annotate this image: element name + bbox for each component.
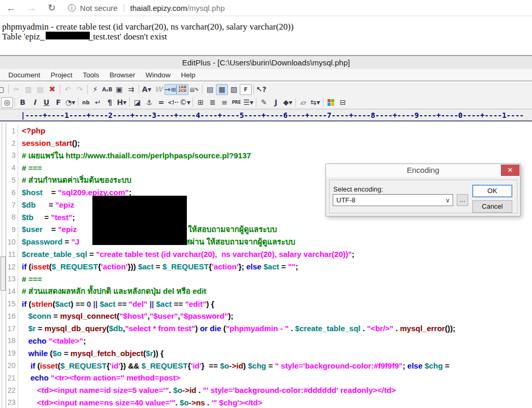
menu-window[interactable]: Window xyxy=(141,71,176,79)
menu-tools[interactable]: Tools xyxy=(78,71,105,79)
code-line-18: 18 echo "<table>"; xyxy=(0,335,532,347)
line-number: 14 xyxy=(0,287,18,295)
sync-view-icon[interactable]: ⇆▾ xyxy=(309,97,321,108)
paragraph-icon[interactable]: ¶ xyxy=(104,97,116,108)
image-icon[interactable]: ◪ xyxy=(131,97,143,108)
div-center-icon[interactable]: ≣ xyxy=(207,97,219,108)
context-help-icon[interactable]: ↖? xyxy=(255,84,267,95)
line-number: 17 xyxy=(0,324,18,333)
split-window-icon[interactable]: ⊟ xyxy=(337,97,349,108)
goto-line-icon[interactable]: ⇉ xyxy=(125,84,137,95)
code-line-23: 23 <td><input name=ns size=40 value='". … xyxy=(0,397,532,408)
toolbar-separator xyxy=(87,85,88,94)
javascript-icon[interactable]: J xyxy=(270,97,282,108)
underline-icon[interactable]: U xyxy=(40,97,52,108)
menu-browser[interactable]: Browser xyxy=(104,71,141,79)
list-icon[interactable]: ☰▾ xyxy=(242,97,254,108)
toolbar-separator xyxy=(256,98,256,107)
code-line-17: 17 $r = mysql_db_query($db,"select * fro… xyxy=(0,322,532,335)
menu-project[interactable]: Project xyxy=(46,71,78,79)
toolbar-standard: ▢✂▥▤✖↶↷⚡A₂B▣⇉A▾W→≡1AB 2CD▤✎▤▦▨F↖? xyxy=(0,83,532,96)
url-divider: | xyxy=(123,3,125,12)
nbsp-icon[interactable]: nb xyxy=(80,97,92,108)
script-icon[interactable]: ✎ xyxy=(258,97,270,108)
url-path[interactable]: /mysql.php xyxy=(187,4,225,12)
undo-icon[interactable]: ↶ xyxy=(62,84,74,95)
back-icon[interactable]: ← xyxy=(6,3,16,13)
line-number: 23 xyxy=(0,398,18,406)
paste-icon[interactable]: ▤ xyxy=(34,84,46,95)
bold-icon[interactable]: B xyxy=(17,97,29,108)
redo-icon[interactable]: ↷ xyxy=(74,84,86,95)
code-line-21: 21 echo "<tr><form action='' method=post… xyxy=(0,372,532,384)
page-text-line2-suffix: _test.test' doesn't exist xyxy=(89,32,167,42)
directory-window-icon[interactable]: ▤ xyxy=(204,84,216,95)
browse-encodings-button[interactable]: … xyxy=(457,194,468,206)
heading-icon[interactable]: H▾ xyxy=(116,97,128,108)
reload-icon[interactable]: ↻ xyxy=(48,3,56,12)
anchor-icon[interactable]: ⚓ xyxy=(143,97,155,108)
screen: ← → ↻ ⓘ Not secure | thaiall.epizy.com /… xyxy=(0,0,532,408)
code-line-14: 14# ส่วนแสดงผลหลัก ทั้งปกติ และหลังกดปุ่… xyxy=(0,285,532,297)
new-document-icon[interactable]: ▢ xyxy=(0,84,7,95)
cut-icon[interactable]: ✂ xyxy=(10,84,22,95)
object-icon[interactable]: ◆▾ xyxy=(282,97,294,108)
duplicate-document-icon[interactable]: ▣ xyxy=(113,84,125,95)
encoding-select[interactable]: UTF-8 ∨ xyxy=(333,194,453,206)
toolbar-separator xyxy=(253,85,254,94)
copy-icon[interactable]: ▥ xyxy=(22,84,34,95)
ok-button[interactable]: OK xyxy=(472,185,512,197)
dialog-titlebar[interactable]: Encoding ✕ xyxy=(326,164,520,177)
line-number: 2 xyxy=(0,139,18,147)
close-icon[interactable]: ✕ xyxy=(501,165,520,176)
code-line-9: 9$user = "epizช้ ให้สอบถามจากผู้ดูแลระบบ xyxy=(0,223,532,236)
font-icon[interactable]: A▾ xyxy=(141,84,153,95)
delete-icon[interactable]: ✖ xyxy=(46,84,58,95)
text-color-icon[interactable]: ◔▾ xyxy=(64,97,76,108)
windows-logo-icon[interactable] xyxy=(325,97,337,108)
special-char-icon[interactable]: ©▾ xyxy=(179,97,191,108)
redaction-box-code xyxy=(92,196,187,245)
url-host[interactable]: thaiall.epizy.com xyxy=(130,4,187,12)
horizontal-rule-icon[interactable]: = xyxy=(155,97,167,108)
info-icon[interactable]: ⓘ xyxy=(68,3,76,13)
line-break-icon[interactable]: ↵ xyxy=(92,97,104,108)
menu-document[interactable]: Document xyxy=(3,71,46,79)
italic-icon[interactable]: I xyxy=(29,97,40,108)
pre-icon[interactable]: PRE xyxy=(230,97,242,108)
line-number: 12 xyxy=(0,263,18,271)
line-number: 18 xyxy=(0,336,18,345)
browser-preview-icon[interactable]: ◎ xyxy=(1,97,13,108)
word-wrap-icon[interactable]: →≡ xyxy=(165,84,176,95)
page-text-line1: phpmyadmin - create table test (id varch… xyxy=(2,22,294,32)
toolbar-separator xyxy=(8,85,9,94)
cancel-button[interactable]: Cancel xyxy=(472,200,512,213)
replace-icon[interactable]: A₂B xyxy=(101,84,113,95)
code-line-1: 1<?php xyxy=(0,125,532,137)
line-numbers-icon[interactable]: 1AB 2CD xyxy=(176,84,188,95)
toolbar-separator xyxy=(60,85,60,94)
forward-icon[interactable]: → xyxy=(26,3,36,13)
dialog-title: Encoding xyxy=(326,164,520,176)
line-number: 15 xyxy=(0,300,18,308)
line-number: 21 xyxy=(0,374,18,382)
toolbar-separator xyxy=(202,85,202,94)
toolbar-separator xyxy=(193,98,193,107)
wordart-icon[interactable]: W xyxy=(153,84,165,95)
toolbar-html: ◎BIUF◔▾nb↵¶H▾◪⚓=<!··©▾⊞≣≡PRE☰▾✎J◆▾▱⇆▾⊟ xyxy=(0,96,532,109)
line-number: 7 xyxy=(0,201,18,209)
document-properties-icon[interactable]: ▤✎ xyxy=(188,84,200,95)
div-right-icon[interactable]: ≡ xyxy=(219,97,230,108)
font-tag-icon[interactable]: F xyxy=(52,97,64,108)
find-highlight-icon[interactable]: ⚡ xyxy=(89,84,101,95)
file-window-icon[interactable]: ▦ xyxy=(216,84,228,95)
tool-window-icon[interactable]: ▨ xyxy=(228,84,240,95)
toolbar-separator xyxy=(78,98,78,107)
comment-tag-icon[interactable]: <!·· xyxy=(167,97,179,108)
menu-help[interactable]: Help xyxy=(176,71,201,79)
redaction-box-url xyxy=(46,32,90,39)
browse-folder-icon[interactable]: ▱ xyxy=(297,97,309,108)
menu-bar: DocumentProjectToolsBrowserWindowHelp xyxy=(0,69,532,81)
table-icon[interactable]: ⊞ xyxy=(195,97,207,108)
ftp-window-icon[interactable]: F xyxy=(240,84,252,95)
